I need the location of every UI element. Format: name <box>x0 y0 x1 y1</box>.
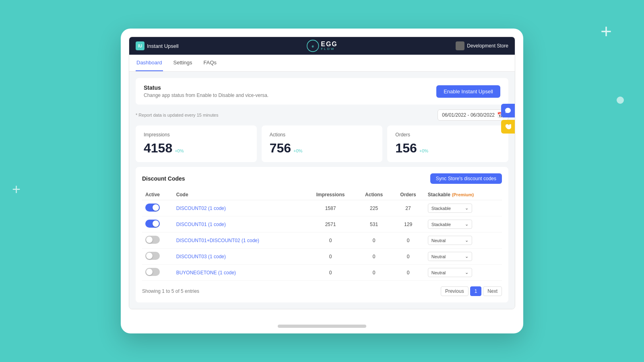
code-link-0[interactable]: DISCOUNT02 (1 code) <box>176 206 226 211</box>
stackable-select-4[interactable]: Neutral⌄ <box>428 268 472 277</box>
discount-title: Discount Codes <box>142 175 185 182</box>
impressions-cell-0: 1587 <box>305 200 356 216</box>
table-row: DISCOUNT02 (1 code)158722527Stackable⌄ <box>142 200 502 216</box>
toggle-cell-3 <box>142 249 173 265</box>
tab-dashboard[interactable]: Dashboard <box>136 55 163 71</box>
impressions-cell-2: 0 <box>305 232 356 249</box>
app-name: Instant Upsell <box>147 43 179 49</box>
premium-badge: (Premium) <box>452 192 474 197</box>
code-cell-1: DISCOUNT01 (1 code) <box>173 216 305 232</box>
orders-cell-3: 0 <box>392 249 425 265</box>
center-logo: e EGG FLOW <box>306 39 338 52</box>
actions-number: 756 <box>270 141 291 156</box>
date-range-value: 06/01/2022 - 06/30/2022 <box>442 112 495 118</box>
impressions-badge: +0% <box>175 148 184 153</box>
secondary-navbar: Dashboard Settings FAQs <box>129 55 515 72</box>
app-logo-icon: IU <box>136 41 144 50</box>
table-header: Active Code Impressions Actions Orders S… <box>142 189 502 200</box>
heart-fab-button[interactable] <box>501 120 515 134</box>
table-row: BUYONEGETONE (1 code)000Neutral⌄ <box>142 265 502 281</box>
table-row: DISCOUNT01 (1 code)2571531129Stackable⌄ <box>142 216 502 232</box>
actions-cell-0: 225 <box>356 200 392 216</box>
toggle-0[interactable] <box>145 204 160 212</box>
sync-discount-codes-button[interactable]: Sync Store's discount codes <box>430 173 502 184</box>
toggle-cell-1 <box>142 216 173 232</box>
col-actions: Actions <box>356 189 392 200</box>
actions-badge: +0% <box>293 148 302 153</box>
discount-codes-table: Active Code Impressions Actions Orders S… <box>142 189 502 281</box>
orders-number: 156 <box>395 141 417 156</box>
stackable-select-3[interactable]: Neutral⌄ <box>428 252 472 261</box>
impressions-label: Impressions <box>144 132 249 138</box>
toggle-4[interactable] <box>145 268 160 276</box>
stackable-select-0[interactable]: Stackable⌄ <box>428 204 472 213</box>
stackable-cell-2: Neutral⌄ <box>425 232 502 249</box>
laptop-frame: IU Instant Upsell e EGG FLOW Development… <box>121 29 523 333</box>
code-cell-4: BUYONEGETONE (1 code) <box>173 265 305 281</box>
app-logo: IU Instant Upsell <box>136 41 179 50</box>
actions-cell-4: 0 <box>356 265 392 281</box>
prev-page-button[interactable]: Previous <box>441 286 469 296</box>
tab-settings[interactable]: Settings <box>173 55 193 71</box>
toggle-cell-4 <box>142 265 173 281</box>
stackable-select-1[interactable]: Stackable⌄ <box>428 220 472 229</box>
next-page-button[interactable]: Next <box>483 286 502 296</box>
impressions-cell-4: 0 <box>305 265 356 281</box>
tab-faqs[interactable]: FAQs <box>203 55 218 71</box>
decorative-plus-top-right: + <box>601 20 612 42</box>
code-cell-3: DISCOUNT03 (1 code) <box>173 249 305 265</box>
report-note: * Report data is updated every 15 minute… <box>136 113 218 117</box>
discount-header: Discount Codes Sync Store's discount cod… <box>142 173 502 184</box>
orders-cell-2: 0 <box>392 232 425 249</box>
orders-label: Orders <box>395 132 500 138</box>
stats-row: Impressions 4158 +0% Actions 756 +0% Ord… <box>136 125 508 162</box>
app-frame: IU Instant Upsell e EGG FLOW Development… <box>129 37 515 309</box>
showing-entries: Showing 1 to 5 of 5 entries <box>142 288 199 294</box>
code-cell-2: DISCOUNT01+DISCOUNT02 (1 code) <box>173 232 305 249</box>
main-content: Status Change app status from Enable to … <box>129 72 515 309</box>
status-title: Status <box>144 84 268 91</box>
col-impressions: Impressions <box>305 189 356 200</box>
stackable-select-2[interactable]: Neutral⌄ <box>428 236 472 245</box>
stackable-cell-1: Stackable⌄ <box>425 216 502 232</box>
impressions-cell-3: 0 <box>305 249 356 265</box>
stat-card-orders: Orders 156 +0% <box>387 125 508 162</box>
dev-store-icon <box>456 41 464 50</box>
stat-card-actions: Actions 756 +0% <box>262 125 383 162</box>
chat-fab-button[interactable] <box>501 104 515 117</box>
toggle-1[interactable] <box>145 220 160 228</box>
orders-cell-4: 0 <box>392 265 425 281</box>
table-body: DISCOUNT02 (1 code)158722527Stackable⌄DI… <box>142 200 502 281</box>
code-link-4[interactable]: BUYONEGETONE (1 code) <box>176 270 236 276</box>
egg-flow-text: EGG FLOW <box>321 41 338 51</box>
status-section: Status Change app status from Enable to … <box>136 78 508 105</box>
orders-value-row: 156 +0% <box>395 141 500 156</box>
toggle-cell-0 <box>142 200 173 216</box>
code-link-1[interactable]: DISCOUNT01 (1 code) <box>176 222 226 227</box>
heart-icon <box>505 123 511 130</box>
chat-icon <box>505 107 511 114</box>
status-description: Change app status from Enable to Disable… <box>144 93 268 98</box>
status-info: Status Change app status from Enable to … <box>144 84 268 98</box>
egg-flow-svg-icon: e <box>306 39 319 52</box>
current-page-button[interactable]: 1 <box>470 286 482 296</box>
actions-cell-3: 0 <box>356 249 392 265</box>
stat-card-impressions: Impressions 4158 +0% <box>136 125 257 162</box>
decorative-plus-left: + <box>12 181 21 198</box>
orders-cell-0: 27 <box>392 200 425 216</box>
toggle-2[interactable] <box>145 236 160 244</box>
pagination-row: Showing 1 to 5 of 5 entries Previous 1 N… <box>142 286 502 296</box>
discount-codes-section: Discount Codes Sync Store's discount cod… <box>136 167 508 302</box>
col-code: Code <box>173 189 305 200</box>
toggle-cell-2 <box>142 232 173 249</box>
code-cell-0: DISCOUNT02 (1 code) <box>173 200 305 216</box>
actions-value-row: 756 +0% <box>270 141 375 156</box>
code-link-2[interactable]: DISCOUNT01+DISCOUNT02 (1 code) <box>176 238 259 243</box>
floating-buttons <box>501 104 515 134</box>
impressions-cell-1: 2571 <box>305 216 356 232</box>
enable-instant-upsell-button[interactable]: Enable Instant Upsell <box>436 85 500 98</box>
code-link-3[interactable]: DISCOUNT03 (1 code) <box>176 254 226 259</box>
dev-store-area: Development Store <box>456 41 508 50</box>
toggle-3[interactable] <box>145 252 160 260</box>
date-range-picker[interactable]: 06/01/2022 - 06/30/2022 📅 <box>438 109 508 121</box>
